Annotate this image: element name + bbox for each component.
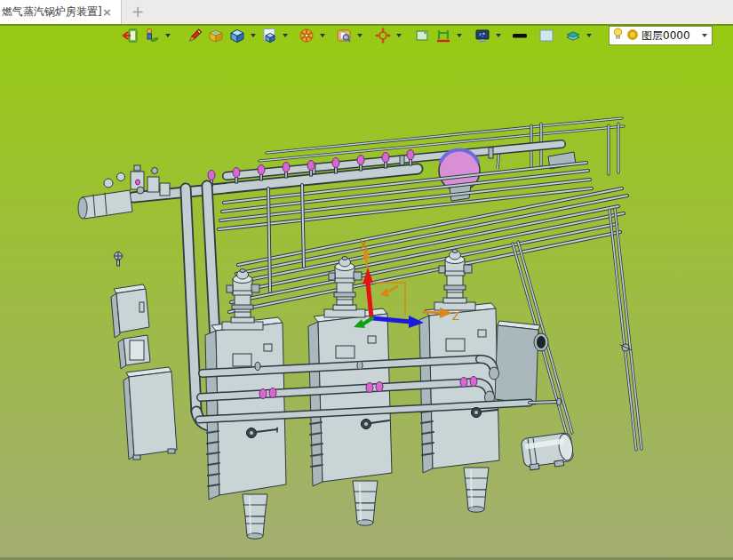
dropdown-arrow-icon[interactable] [586, 27, 593, 44]
dropdown-arrow-icon[interactable] [282, 27, 289, 44]
exit-icon[interactable] [122, 27, 139, 44]
color-swatch-icon[interactable] [538, 27, 555, 44]
layer-combo[interactable]: 图层0000 [609, 26, 713, 45]
cad-window: 燃气蒸汽锅炉房装置] × + [0, 0, 733, 560]
sketch-icon[interactable] [186, 27, 203, 44]
layer-state-icon[interactable] [626, 28, 639, 44]
assembly-cube-icon[interactable] [260, 27, 278, 44]
tab-title: 燃气蒸汽锅炉房装置] [2, 4, 101, 20]
tab-close-icon[interactable]: × [102, 5, 112, 19]
part-cube-icon[interactable] [228, 27, 246, 44]
3d-viewport[interactable]: X Z [0, 24, 733, 560]
dropdown-arrow-icon[interactable] [319, 27, 326, 44]
axis-z-label: Z [452, 310, 459, 323]
combo-dropdown-arrow-icon[interactable] [702, 34, 707, 37]
pattern-wheel-icon[interactable] [298, 27, 315, 44]
dropdown-arrow-icon[interactable] [164, 27, 171, 44]
lineweight-icon[interactable] [511, 27, 529, 44]
solid-box-icon[interactable] [207, 27, 225, 44]
tab-bar: 燃气蒸汽锅炉房装置] × + [0, 0, 733, 25]
viewport-container: X Z [0, 24, 733, 560]
render-monitor-icon[interactable] [474, 27, 491, 44]
dropdown-arrow-icon[interactable] [395, 27, 402, 44]
cabinet-3[interactable] [123, 367, 177, 460]
chimney-1[interactable] [243, 494, 267, 539]
layer-name: 图层0000 [641, 28, 699, 44]
origin-target-icon[interactable] [374, 27, 392, 44]
browse-folder-icon[interactable] [335, 27, 353, 44]
layers-icon[interactable] [564, 27, 582, 44]
document-tab[interactable]: 燃气蒸汽锅炉房装置] × [0, 0, 122, 24]
quick-toolbar: 图层0000 [122, 26, 713, 45]
display-style-icon[interactable] [143, 27, 161, 44]
dropdown-arrow-icon[interactable] [495, 27, 502, 44]
axis-x-label: X [359, 238, 368, 254]
new-tab-button[interactable]: + [130, 3, 146, 20]
chimney-3[interactable] [464, 468, 489, 512]
dropdown-arrow-icon[interactable] [356, 27, 363, 44]
frame-icon[interactable] [434, 27, 452, 44]
layer-visibility-icon[interactable] [612, 27, 624, 44]
dropdown-arrow-icon[interactable] [250, 27, 257, 44]
dropdown-arrow-icon[interactable] [456, 27, 463, 44]
chimney-2[interactable] [353, 481, 378, 525]
plane-icon[interactable] [413, 27, 431, 44]
